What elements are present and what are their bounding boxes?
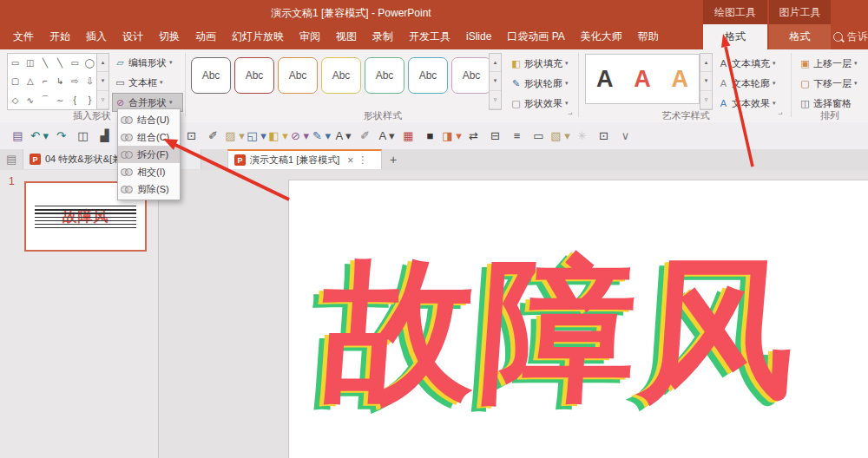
tab-format-drawing[interactable]: 格式 [703, 24, 767, 49]
menu-tab-file[interactable]: 文件 [5, 24, 42, 49]
document-tab-2-active[interactable]: P 演示文稿1 [兼容模式] × ⋮ [227, 149, 382, 169]
gallery-more-icon[interactable]: ▿ [490, 91, 501, 109]
shape-style-preset[interactable]: Abc [278, 57, 318, 94]
scroll-down-icon[interactable]: ▾ [97, 72, 108, 90]
shape-styles-scrollbar[interactable]: ▴ ▾ ▿ [489, 53, 502, 110]
send-backward-button[interactable]: ▢ 下移一层 ▾ [797, 74, 868, 93]
shape-fill-button[interactable]: ◧ 形状填充 ▾ [508, 54, 577, 73]
elbow-arrow-shape-icon[interactable]: ↳ [52, 72, 67, 90]
wordart-scrollbar[interactable]: ▴ ▾ ▿ [700, 53, 713, 110]
shape-style-preset[interactable]: Abc [234, 57, 274, 94]
gallery-more-icon[interactable]: ▿ [700, 91, 712, 109]
textbox-shape-icon[interactable]: ▭ [8, 54, 23, 72]
qat-more-icon[interactable]: ∨ [615, 129, 636, 142]
text-fill-button[interactable]: A 文本填充 ▾ [715, 54, 785, 73]
new-tab-button[interactable]: + [385, 151, 401, 167]
scroll-up-icon[interactable]: ▴ [700, 54, 712, 72]
menu-item-combine[interactable]: 组合(C) [118, 128, 180, 146]
tab-format-picture[interactable]: 格式 [769, 24, 831, 49]
paste-special-icon[interactable]: ▧ ▾ [549, 129, 571, 142]
line-arrow-shape-icon[interactable]: ╲ [52, 54, 67, 72]
shape-gallery-scrollbar[interactable]: ▴ ▾ ▿ [96, 53, 109, 110]
down-arrow-shape-icon[interactable]: ⇩ [82, 72, 97, 90]
menu-tab-animations[interactable]: 动画 [187, 24, 224, 49]
shape-style-preset[interactable]: Abc [365, 57, 404, 94]
menu-tab-home[interactable]: 开始 [42, 24, 78, 49]
right-brace-shape-icon[interactable]: } [82, 91, 97, 109]
right-arrow-shape-icon[interactable]: ⇨ [68, 72, 82, 90]
menu-tab-record[interactable]: 录制 [365, 24, 401, 49]
dialog-launcher-icon[interactable]: ⌐ [778, 110, 782, 119]
document-list-icon[interactable]: ▤ [6, 153, 16, 166]
color-grid-icon[interactable]: ▦ [398, 129, 419, 142]
save-icon[interactable]: ▤ [7, 129, 29, 142]
menu-item-fragment[interactable]: 拆分(F) [118, 146, 180, 163]
text-box-button[interactable]: ▭ 文本框 ▾ [112, 73, 183, 92]
menu-item-intersect[interactable]: 相交(I) [118, 163, 180, 180]
edit-shape-button[interactable]: ▱ 编辑形状 ▾ [112, 53, 183, 72]
menu-tab-islide[interactable]: iSlide [458, 24, 499, 49]
shape-style-preset[interactable]: Abc [191, 57, 231, 94]
rounded-rectangle-shape-icon[interactable]: ▢ [8, 72, 23, 90]
format-painter-icon[interactable]: ✐ [202, 129, 224, 142]
menu-tab-help[interactable]: 帮助 [630, 24, 667, 49]
slideshow-icon[interactable]: ◫ [72, 129, 94, 142]
wordart-preset[interactable]: A [623, 55, 661, 103]
shapes-icon[interactable]: ◱ ▾ [246, 129, 267, 142]
shape-outline-button[interactable]: ✎ 形状轮廓 ▾ [508, 74, 577, 93]
align-center-icon[interactable]: ⊟ [484, 129, 506, 142]
freeform-shape-icon[interactable]: ◇ [8, 91, 23, 109]
text-box-icon[interactable]: ▭ [528, 129, 549, 142]
scribble-shape-icon[interactable]: ∿ [23, 91, 37, 109]
vertical-textbox-shape-icon[interactable]: ◫ [23, 54, 37, 72]
eyedropper-icon[interactable]: ✐ [354, 129, 376, 142]
glitch-wordart-text[interactable]: 故障风 [317, 253, 806, 408]
triangle-shape-icon[interactable]: △ [23, 72, 37, 90]
slide-area[interactable]: 故障风 [288, 180, 868, 458]
text-outline-button[interactable]: A 文本轮廓 ▾ [715, 74, 785, 93]
menu-tab-transitions[interactable]: 切换 [151, 24, 187, 49]
fit-to-window-icon[interactable]: ⊡ [593, 129, 615, 142]
gallery-more-icon[interactable]: ▿ [97, 91, 108, 109]
tell-me-search[interactable]: 告诉我你想 [833, 24, 868, 49]
menu-tab-review[interactable]: 审阅 [292, 24, 328, 49]
curve-shape-icon[interactable]: ∼ [52, 91, 67, 109]
text-align-icon[interactable]: ≡ [506, 129, 528, 142]
shape-style-preset[interactable]: Abc [321, 57, 361, 94]
redo-icon[interactable]: ↷ [50, 129, 72, 142]
swap-icon[interactable]: ⇄ [463, 129, 484, 142]
arc-shape-icon[interactable]: ⌒ [37, 91, 52, 109]
bring-forward-button[interactable]: ▣ 上移一层 ▾ [797, 54, 868, 73]
font-icon[interactable]: A ▾ [376, 129, 398, 142]
link-icon[interactable]: ✳ [571, 129, 593, 142]
chart-icon[interactable]: ▟ [94, 129, 115, 142]
text-effect-icon[interactable]: A ▾ [332, 129, 354, 142]
undo-icon[interactable]: ↶ ▾ [29, 129, 50, 142]
menu-tab-design[interactable]: 设计 [115, 24, 151, 49]
menu-tab-meihua[interactable]: 美化大师 [573, 24, 630, 49]
shape-outline-icon[interactable]: ✎ ▾ [311, 129, 332, 142]
menu-tab-view[interactable]: 视图 [328, 24, 365, 49]
shape-style-preset[interactable]: Abc [408, 57, 448, 94]
paste-icon[interactable]: ▨ ▾ [224, 129, 246, 142]
scroll-up-icon[interactable]: ▴ [490, 54, 501, 72]
scroll-up-icon[interactable]: ▴ [97, 54, 108, 72]
menu-tab-pocket-animation[interactable]: 口袋动画 PA [499, 24, 572, 49]
oval-shape-icon[interactable]: ◯ [82, 54, 97, 72]
menu-tab-slideshow[interactable]: 幻灯片放映 [224, 24, 292, 49]
rectangle-shape-icon[interactable]: ▭ [68, 54, 82, 72]
color-swatch-icon[interactable]: ◨ ▾ [441, 129, 463, 142]
menu-item-union[interactable]: 结合(U) [118, 111, 180, 128]
menu-item-subtract[interactable]: 剪除(S) [118, 180, 180, 198]
close-icon[interactable]: × [347, 154, 353, 167]
rotate-icon[interactable]: ⊡ [181, 129, 202, 142]
line-shape-icon[interactable]: ╲ [37, 54, 52, 72]
shape-style-preset[interactable]: Abc [451, 57, 491, 94]
left-brace-shape-icon[interactable]: { [68, 91, 82, 109]
merge-shapes-icon[interactable]: ⊘ ▾ [289, 129, 311, 142]
menu-tab-developer[interactable]: 开发工具 [401, 24, 458, 49]
scroll-down-icon[interactable]: ▾ [490, 72, 501, 90]
wordart-preset[interactable]: A [586, 55, 623, 103]
wordart-preset[interactable]: A [661, 55, 699, 103]
shape-fill-icon[interactable]: ◧ ▾ [267, 129, 289, 142]
